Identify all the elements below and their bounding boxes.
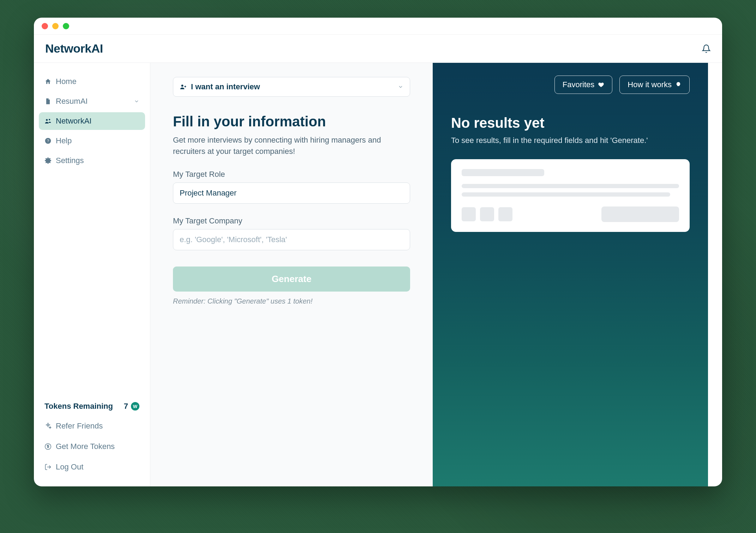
goal-select-label: I want an interview <box>191 82 260 91</box>
heart-icon <box>598 82 604 88</box>
app-window: NetworkAI Home ResumAI Networ <box>34 18 722 486</box>
window-titlebar <box>34 18 722 35</box>
tokens-label: Tokens Remaining <box>44 402 113 411</box>
target-role-label: My Target Role <box>173 170 410 179</box>
log-out-link[interactable]: Log Out <box>39 458 145 476</box>
sidebar-item-label: Help <box>56 136 72 145</box>
how-it-works-button[interactable]: How it works <box>619 76 690 94</box>
svg-point-6 <box>181 85 184 87</box>
sparkle-icon <box>44 423 52 430</box>
placeholder-line <box>462 184 679 188</box>
generate-button[interactable]: Generate <box>173 266 410 292</box>
target-company-label: My Target Company <box>173 216 410 226</box>
placeholder-square <box>480 207 494 221</box>
token-badge-icon: W <box>131 402 139 411</box>
app-body: Home ResumAI NetworkAI ? Help <box>34 63 722 486</box>
help-icon: ? <box>44 137 52 144</box>
person-plus-icon <box>180 83 187 90</box>
lightbulb-icon <box>675 82 682 88</box>
footer-item-label: Refer Friends <box>56 421 103 431</box>
sidebar-nav: Home ResumAI NetworkAI ? Help <box>39 73 145 169</box>
sidebar-footer: Tokens Remaining 7 W Refer Friends Get M… <box>39 398 145 476</box>
favorites-label: Favorites <box>563 80 594 89</box>
how-it-works-label: How it works <box>628 80 672 89</box>
results-actions: Favorites How it works <box>451 76 690 94</box>
people-icon <box>44 118 52 125</box>
sidebar-item-label: Settings <box>56 156 84 165</box>
sidebar-item-label: ResumAI <box>56 97 88 106</box>
window-close-button[interactable] <box>42 23 48 29</box>
window-traffic-lights <box>42 23 69 29</box>
token-reminder: Reminder: Clicking "Generate" uses 1 tok… <box>173 297 410 305</box>
form-panel: I want an interview Fill in your informa… <box>150 63 433 486</box>
placeholder-square <box>462 207 476 221</box>
results-panel: Favorites How it works No results yet To… <box>433 63 708 486</box>
gear-icon <box>44 157 52 164</box>
goal-select[interactable]: I want an interview <box>173 77 410 97</box>
form-title: Fill in your information <box>173 114 410 130</box>
logout-icon <box>44 463 52 471</box>
results-subtitle: To see results, fill in the required fie… <box>451 136 690 145</box>
get-more-tokens-link[interactable]: Get More Tokens <box>39 438 145 455</box>
window-minimize-button[interactable] <box>52 23 59 29</box>
target-company-input[interactable] <box>173 229 410 250</box>
chevron-down-icon <box>134 98 139 104</box>
tokens-remaining: Tokens Remaining 7 W <box>39 398 145 414</box>
topbar: NetworkAI <box>34 35 722 63</box>
sidebar: Home ResumAI NetworkAI ? Help <box>34 63 150 486</box>
sidebar-item-label: Home <box>56 77 77 86</box>
placeholder-button <box>601 206 679 222</box>
target-company-field: My Target Company <box>173 216 410 250</box>
target-role-input[interactable] <box>173 182 410 204</box>
refer-friends-link[interactable]: Refer Friends <box>39 417 145 435</box>
sidebar-item-home[interactable]: Home <box>39 73 145 90</box>
results-title: No results yet <box>451 115 690 131</box>
form-subtitle: Get more interviews by connecting with h… <box>173 134 392 157</box>
placeholder-line <box>462 192 670 197</box>
target-role-field: My Target Role <box>173 170 410 204</box>
svg-point-1 <box>49 119 50 120</box>
brand-logo: NetworkAI <box>45 42 103 55</box>
svg-text:?: ? <box>47 139 49 143</box>
results-placeholder-card <box>451 159 690 232</box>
placeholder-square <box>498 207 512 221</box>
footer-item-label: Get More Tokens <box>56 442 115 451</box>
sidebar-item-resumai[interactable]: ResumAI <box>39 92 145 110</box>
sidebar-item-networkai[interactable]: NetworkAI <box>39 112 145 130</box>
window-maximize-button[interactable] <box>63 23 69 29</box>
chevron-down-icon <box>398 84 403 90</box>
document-icon <box>44 98 52 105</box>
favorites-button[interactable]: Favorites <box>554 76 612 94</box>
footer-item-label: Log Out <box>56 462 83 472</box>
sidebar-item-label: NetworkAI <box>56 116 91 126</box>
svg-point-0 <box>46 119 48 121</box>
tokens-count: 7 <box>124 402 128 411</box>
dollar-icon <box>44 443 52 450</box>
sidebar-item-settings[interactable]: Settings <box>39 152 145 169</box>
notifications-icon[interactable] <box>702 44 711 53</box>
sidebar-item-help[interactable]: ? Help <box>39 132 145 150</box>
home-icon <box>44 78 52 85</box>
placeholder-line <box>462 169 544 176</box>
